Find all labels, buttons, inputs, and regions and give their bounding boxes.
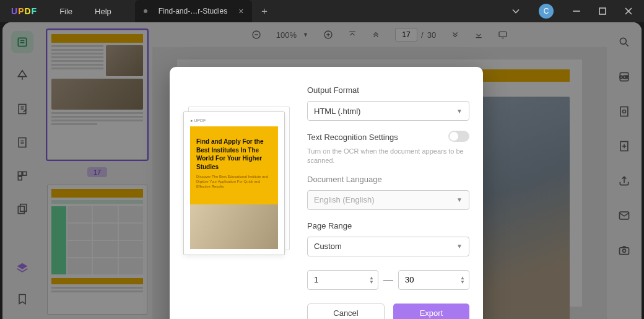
page-range-select[interactable]: Custom▼ [307, 237, 469, 256]
menu-file[interactable]: File [48, 7, 84, 16]
close-tab-icon[interactable]: × [238, 6, 243, 16]
range-from-input[interactable]: 1 ▲▼ [307, 270, 378, 290]
ocr-toggle[interactable] [448, 131, 469, 142]
close-window-button[interactable] [618, 2, 639, 20]
range-from-down[interactable]: ▼ [369, 280, 374, 284]
export-preview-thumbnail: ● UPDF Find and Apply For the Best Insti… [183, 111, 285, 255]
maximize-button[interactable] [592, 2, 613, 20]
add-tab-button[interactable]: ＋ [259, 5, 269, 18]
minimize-button[interactable] [566, 2, 587, 20]
range-to-down[interactable]: ▼ [460, 280, 465, 284]
user-avatar[interactable]: C [539, 4, 554, 19]
output-format-label: Output Format [307, 85, 469, 95]
app-logo: UPDF [0, 6, 48, 16]
titlebar: UPDF File Help Find-and-…r-Studies × ＋ C [0, 0, 644, 22]
svg-rect-1 [599, 8, 606, 14]
export-button[interactable]: Export [393, 304, 469, 319]
export-dialog: ● UPDF Find and Apply For the Best Insti… [170, 67, 483, 319]
output-format-select[interactable]: HTML (.html)▼ [307, 101, 469, 121]
language-select: English (English)▼ [307, 190, 469, 210]
page-range-label: Page Range [307, 221, 469, 230]
chevron-down-icon[interactable] [505, 2, 526, 20]
range-to-input[interactable]: 30 ▲▼ [398, 270, 469, 290]
menu-help[interactable]: Help [84, 7, 123, 16]
document-tab[interactable]: Find-and-…r-Studies × [135, 0, 253, 22]
ocr-helper-text: Turn on the OCR when the document appear… [307, 147, 469, 166]
cancel-button[interactable]: Cancel [307, 304, 385, 319]
language-label: Document Language [307, 175, 469, 184]
tab-title: Find-and-…r-Studies [159, 7, 227, 15]
range-dash: — [383, 274, 393, 286]
tab-modified-indicator [144, 9, 147, 13]
ocr-label: Text Recognition Settings [307, 133, 398, 142]
